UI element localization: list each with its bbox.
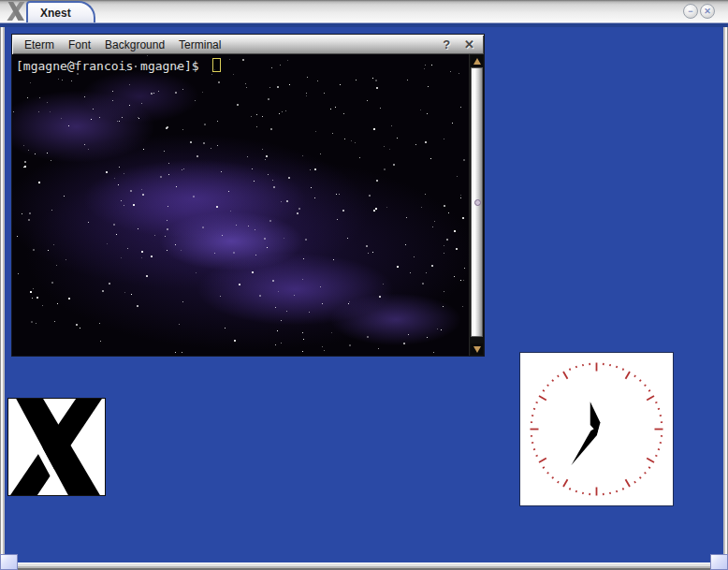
- resize-corner-right[interactable]: [710, 554, 728, 570]
- xnest-window: Xnest − ✕ Eterm Font Background Terminal…: [0, 0, 728, 570]
- eterm-menubar: Eterm Font Background Terminal ? ✕: [12, 35, 484, 54]
- x-window-logo-icon: [7, 2, 25, 21]
- frame-border-right[interactable]: [723, 27, 728, 563]
- terminal-scrollbar[interactable]: [469, 54, 484, 356]
- thumb-dimple-icon: [474, 199, 481, 206]
- scrollbar-thumb[interactable]: [471, 67, 483, 337]
- prompt-line: [mgagne@francois mgagne]$: [16, 58, 221, 73]
- terminal-close-button[interactable]: ✕: [464, 37, 474, 51]
- close-icon: ✕: [704, 7, 711, 16]
- minute-hand: [568, 424, 602, 467]
- hour-hand: [585, 401, 602, 434]
- menu-eterm[interactable]: Eterm: [24, 38, 54, 51]
- desktop-root: Eterm Font Background Terminal ? ✕ [mgag…: [0, 27, 728, 563]
- help-button[interactable]: ?: [443, 37, 450, 51]
- xlogo-window: [7, 398, 106, 496]
- frame-border-bottom[interactable]: [0, 563, 728, 570]
- frame-border-left[interactable]: [0, 27, 5, 563]
- resize-corner-left[interactable]: [0, 554, 18, 570]
- up-arrow-icon: [473, 58, 481, 65]
- terminal-screen[interactable]: [mgagne@francois mgagne]$: [12, 54, 469, 356]
- minimize-icon: −: [688, 7, 692, 16]
- eterm-window: Eterm Font Background Terminal ? ✕ [mgag…: [11, 34, 485, 357]
- menu-terminal[interactable]: Terminal: [179, 38, 221, 51]
- scroll-down-button[interactable]: [471, 343, 483, 355]
- down-arrow-icon: [473, 346, 481, 353]
- clock-face: [520, 353, 673, 505]
- menu-font[interactable]: Font: [68, 38, 91, 51]
- window-title: Xnest: [40, 7, 71, 20]
- minimize-button[interactable]: −: [683, 4, 698, 19]
- terminal-cursor: [212, 58, 221, 72]
- xclock-window: [519, 352, 674, 506]
- menu-background[interactable]: Background: [105, 38, 165, 51]
- terminal-body: [mgagne@francois mgagne]$: [12, 54, 484, 356]
- close-button[interactable]: ✕: [700, 4, 715, 19]
- x-logo-icon: [8, 399, 105, 495]
- scroll-up-button[interactable]: [471, 55, 483, 66]
- window-titlebar[interactable]: Xnest − ✕: [0, 0, 728, 22]
- shell-prompt: [mgagne@francois mgagne]$: [16, 59, 199, 73]
- window-title-tab[interactable]: Xnest: [26, 1, 95, 22]
